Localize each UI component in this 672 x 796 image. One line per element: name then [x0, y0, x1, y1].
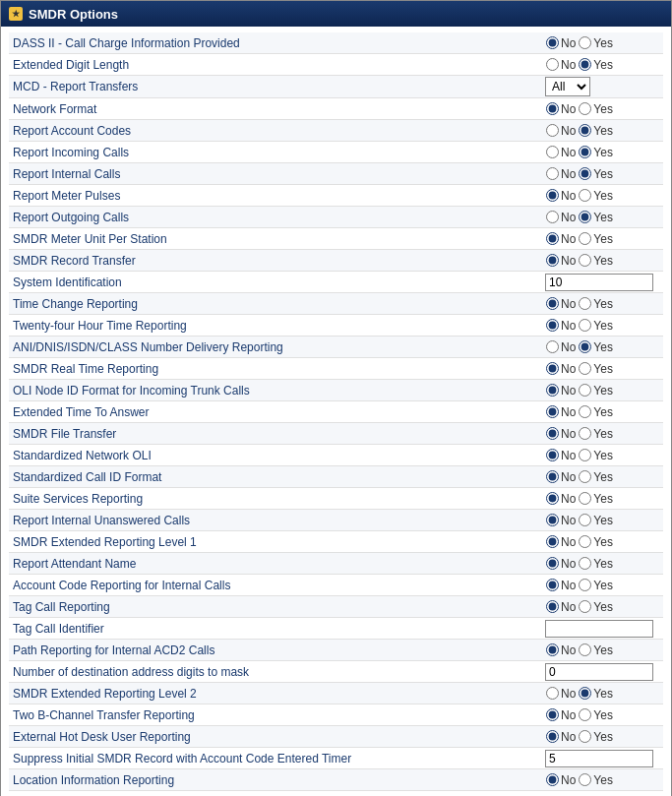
radio-yes[interactable]	[579, 405, 591, 418]
radio-group[interactable]: NoYes	[545, 167, 613, 181]
radio-no[interactable]	[546, 579, 559, 591]
table-row: Account Code Reporting for Internal Call…	[9, 575, 663, 596]
radio-yes[interactable]	[579, 492, 591, 505]
radio-group[interactable]: NoYes	[545, 189, 613, 203]
radio-no[interactable]	[546, 405, 559, 418]
radio-group[interactable]: NoYes	[545, 600, 613, 614]
radio-no[interactable]	[546, 708, 559, 721]
radio-group[interactable]: NoYes	[545, 319, 613, 333]
radio-group[interactable]: NoYes	[545, 405, 613, 419]
radio-yes[interactable]	[579, 449, 591, 461]
radio-yes[interactable]	[579, 384, 591, 397]
radio-yes[interactable]	[579, 600, 591, 613]
radio-no[interactable]	[546, 297, 559, 310]
radio-no[interactable]	[546, 36, 559, 49]
radio-group[interactable]: NoYes	[545, 535, 613, 549]
radio-no[interactable]	[546, 687, 559, 700]
radio-yes[interactable]	[579, 579, 591, 591]
radio-yes[interactable]	[579, 102, 591, 115]
radio-no[interactable]	[546, 557, 559, 570]
radio-yes[interactable]	[579, 211, 591, 223]
radio-group[interactable]: NoYes	[545, 514, 613, 527]
radio-no[interactable]	[546, 254, 559, 267]
radio-yes[interactable]	[579, 730, 591, 743]
radio-yes[interactable]	[579, 687, 591, 700]
radio-group[interactable]: NoYes	[545, 579, 613, 592]
select-input[interactable]: AllYesNo	[545, 77, 590, 96]
radio-yes[interactable]	[579, 297, 591, 310]
table-row: Suppress Initial SMDR Record with Accoun…	[9, 748, 663, 769]
radio-yes[interactable]	[579, 146, 591, 158]
radio-no[interactable]	[546, 124, 559, 137]
radio-group[interactable]: NoYes	[545, 384, 613, 398]
radio-group[interactable]: NoYes	[545, 211, 613, 224]
radio-no[interactable]	[546, 362, 559, 375]
radio-no[interactable]	[546, 340, 559, 353]
radio-group[interactable]: NoYes	[545, 470, 613, 484]
radio-no[interactable]	[546, 211, 559, 223]
radio-yes[interactable]	[579, 362, 591, 375]
table-row: Standardized Network OLINoYes	[9, 445, 663, 466]
radio-no[interactable]	[546, 643, 559, 656]
text-input[interactable]	[545, 750, 653, 767]
radio-no[interactable]	[546, 58, 559, 71]
radio-group[interactable]: NoYes	[545, 427, 613, 441]
radio-group[interactable]: NoYes	[545, 557, 613, 571]
radio-yes[interactable]	[579, 557, 591, 570]
radio-no[interactable]	[546, 600, 559, 613]
radio-no[interactable]	[546, 449, 559, 461]
radio-no[interactable]	[546, 492, 559, 505]
radio-group[interactable]: NoYes	[545, 254, 613, 268]
radio-yes[interactable]	[579, 36, 591, 49]
radio-no[interactable]	[546, 319, 559, 332]
radio-no[interactable]	[546, 514, 559, 526]
radio-yes[interactable]	[579, 340, 591, 353]
radio-group[interactable]: NoYes	[545, 297, 613, 311]
radio-no[interactable]	[546, 167, 559, 180]
radio-yes[interactable]	[579, 254, 591, 267]
radio-yes[interactable]	[579, 167, 591, 180]
radio-yes[interactable]	[579, 773, 591, 786]
radio-no[interactable]	[546, 535, 559, 548]
radio-yes[interactable]	[579, 58, 591, 71]
radio-group[interactable]: NoYes	[545, 730, 613, 744]
radio-group[interactable]: NoYes	[545, 687, 613, 701]
radio-yes[interactable]	[579, 189, 591, 202]
radio-group[interactable]: NoYes	[545, 643, 613, 657]
row-label: Suppress Initial SMDR Record with Accoun…	[9, 752, 545, 765]
table-row: Report Attendant NameNoYes	[9, 553, 663, 575]
radio-no[interactable]	[546, 773, 559, 786]
radio-yes[interactable]	[579, 514, 591, 526]
radio-group[interactable]: NoYes	[545, 340, 613, 354]
radio-no[interactable]	[546, 102, 559, 115]
radio-no[interactable]	[546, 730, 559, 743]
radio-no[interactable]	[546, 384, 559, 397]
radio-group[interactable]: NoYes	[545, 492, 613, 506]
radio-yes[interactable]	[579, 427, 591, 440]
radio-yes[interactable]	[579, 124, 591, 137]
radio-group[interactable]: NoYes	[545, 58, 613, 72]
radio-group[interactable]: NoYes	[545, 449, 613, 462]
radio-group[interactable]: NoYes	[545, 362, 613, 376]
radio-no[interactable]	[546, 427, 559, 440]
radio-group[interactable]: NoYes	[545, 773, 613, 787]
radio-no[interactable]	[546, 232, 559, 245]
text-input[interactable]	[545, 620, 653, 638]
text-input[interactable]	[545, 274, 653, 291]
radio-group[interactable]: NoYes	[545, 146, 613, 159]
radio-group[interactable]: NoYes	[545, 708, 613, 722]
radio-yes[interactable]	[579, 708, 591, 721]
radio-no[interactable]	[546, 189, 559, 202]
radio-yes[interactable]	[579, 232, 591, 245]
radio-yes[interactable]	[579, 535, 591, 548]
radio-yes[interactable]	[579, 470, 591, 483]
text-input[interactable]	[545, 663, 653, 681]
radio-yes[interactable]	[579, 319, 591, 332]
radio-yes[interactable]	[579, 643, 591, 656]
radio-group[interactable]: NoYes	[545, 124, 613, 138]
radio-group[interactable]: NoYes	[545, 102, 613, 116]
radio-group[interactable]: NoYes	[545, 36, 613, 50]
radio-group[interactable]: NoYes	[545, 232, 613, 246]
radio-no[interactable]	[546, 470, 559, 483]
radio-no[interactable]	[546, 146, 559, 158]
